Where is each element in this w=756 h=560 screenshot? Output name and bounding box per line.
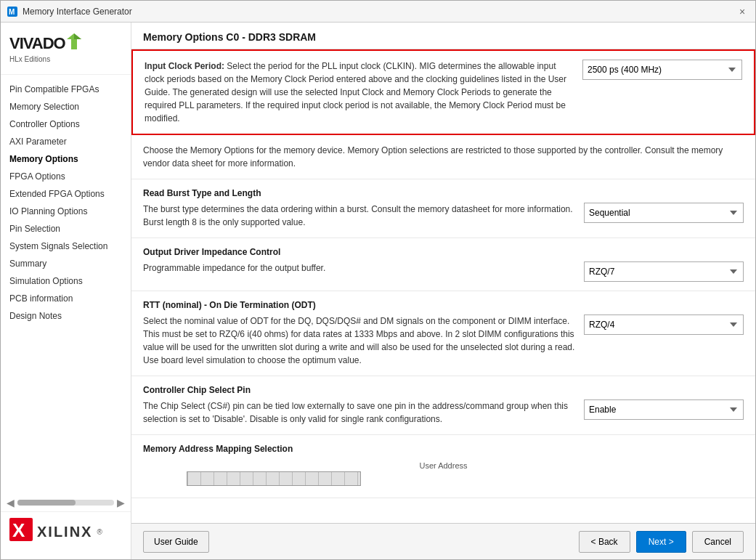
back-button[interactable]: < Back	[579, 531, 630, 553]
sidebar-logo: VIVADO HLx Editions	[1, 23, 131, 75]
rtt-dropdown[interactable]: RZQ/4RZQ/6RZQ/7Disabled	[584, 315, 744, 335]
sidebar-item-design-notes[interactable]: Design Notes	[1, 307, 131, 325]
sidebar-item-controller-options[interactable]: Controller Options	[1, 115, 131, 133]
title-bar: M Memory Interface Generator ×	[1, 1, 755, 23]
memory-address-heading: Memory Address Mapping Selection	[143, 444, 744, 454]
sidebar-item-pcb-information[interactable]: PCB information	[1, 290, 131, 307]
read-burst-dropdown[interactable]: SequentialInterleaved	[584, 203, 744, 223]
controller-cs-dropdown[interactable]: EnableDisable	[584, 399, 744, 420]
sidebar-scroll: ◀ ▶	[1, 494, 131, 511]
output-driver-control: RZQ/7RZQ/6RZQ/5RZQ/4	[584, 261, 744, 282]
sidebar-item-system-signals-selection[interactable]: System Signals Selection	[1, 238, 131, 255]
user-guide-button[interactable]: User Guide	[143, 531, 209, 553]
app-icon: M	[7, 6, 18, 17]
vivado-name: VIVADO	[9, 33, 122, 54]
sidebar-item-pin-selection[interactable]: Pin Selection	[1, 220, 131, 238]
output-driver-heading: Output Driver Impedance Control	[143, 247, 744, 257]
rtt-control: RZQ/4RZQ/6RZQ/7Disabled	[584, 315, 744, 335]
panel-title: Memory Options C0 - DDR3 SDRAM	[131, 23, 755, 49]
read-burst-section: Read Burst Type and Length The burst typ…	[131, 179, 755, 238]
address-label: User Address	[143, 461, 744, 470]
svg-text:M: M	[9, 8, 15, 16]
main-window: M Memory Interface Generator × VIVADO	[0, 0, 756, 560]
read-burst-heading: Read Burst Type and Length	[143, 188, 744, 198]
footer-left: User Guide	[143, 531, 209, 553]
footer-bar: User Guide < Back Next > Cancel	[131, 523, 755, 559]
xilinx-label: XILINX	[37, 524, 92, 540]
rtt-section: RTT (nominal) - On Die Termination (ODT)…	[131, 291, 755, 376]
sidebar-nav: Pin Compatible FPGAsMemory SelectionCont…	[1, 75, 131, 494]
sidebar-item-axi-parameter[interactable]: AXI Parameter	[1, 133, 131, 150]
xilinx-logo: X XILINX ®	[9, 518, 122, 546]
sidebar: VIVADO HLx Editions Pin Compatible FPGAs…	[1, 23, 131, 559]
input-clock-dropdown[interactable]: 2500 ps (400 MHz)3000 ps (333 MHz)3333 p…	[582, 60, 742, 80]
close-button[interactable]: ×	[735, 4, 749, 19]
output-driver-description: Programmable impedance for the output bu…	[143, 261, 575, 275]
rtt-heading: RTT (nominal) - On Die Termination (ODT)	[143, 300, 744, 310]
input-clock-control: 2500 ps (400 MHz)3000 ps (333 MHz)3333 p…	[582, 60, 742, 80]
vivado-subtitle: HLx Editions	[9, 55, 122, 63]
memory-options-intro: Choose the Memory Options for the memory…	[131, 135, 755, 179]
memory-address-section: Memory Address Mapping Selection User Ad…	[131, 435, 755, 498]
sidebar-item-pin-compatible-fpgas[interactable]: Pin Compatible FPGAs	[1, 81, 131, 98]
input-clock-label: Input Clock Period:	[145, 61, 224, 71]
read-burst-description: The burst type determines the data order…	[143, 203, 575, 229]
output-driver-section: Output Driver Impedance Control Programm…	[131, 238, 755, 291]
vivado-logo: VIVADO HLx Editions	[9, 33, 122, 63]
scroll-left-arrow[interactable]: ◀	[7, 497, 15, 508]
sidebar-item-memory-selection[interactable]: Memory Selection	[1, 98, 131, 115]
xilinx-icon: X	[9, 518, 33, 546]
sidebar-item-extended-fpga-options[interactable]: Extended FPGA Options	[1, 185, 131, 203]
input-clock-row: Input Clock Period: Select the period fo…	[145, 60, 742, 125]
cancel-button[interactable]: Cancel	[692, 531, 744, 553]
rtt-row: Select the nominal value of ODT for the …	[143, 315, 744, 367]
rtt-description: Select the nominal value of ODT for the …	[143, 315, 575, 367]
controller-cs-description: The Chip Select (CS#) pin can be tied lo…	[143, 399, 575, 426]
next-button[interactable]: Next >	[636, 531, 686, 553]
sidebar-item-memory-options[interactable]: Memory Options	[1, 150, 131, 168]
output-driver-dropdown[interactable]: RZQ/7RZQ/6RZQ/5RZQ/4	[584, 261, 744, 282]
svg-marker-3	[74, 33, 81, 39]
output-driver-row: Programmable impedance for the output bu…	[143, 261, 744, 282]
xilinx-reg: ®	[97, 528, 102, 536]
scroll-thumb	[17, 500, 76, 506]
window-title: Memory Interface Generator	[23, 7, 132, 17]
title-bar-left: M Memory Interface Generator	[7, 6, 132, 17]
controller-cs-section: Controller Chip Select Pin The Chip Sele…	[131, 376, 755, 435]
sidebar-item-io-planning-options[interactable]: IO Planning Options	[1, 203, 131, 220]
content-area: VIVADO HLx Editions Pin Compatible FPGAs…	[1, 23, 755, 559]
sidebar-item-summary[interactable]: Summary	[1, 255, 131, 272]
vivado-leaf	[67, 33, 81, 54]
scroll-right-arrow[interactable]: ▶	[117, 497, 125, 508]
footer-right: < Back Next > Cancel	[579, 531, 744, 553]
scroll-track	[17, 500, 114, 506]
sidebar-footer: X XILINX ®	[1, 511, 131, 552]
read-burst-row: The burst type determines the data order…	[143, 203, 744, 229]
controller-cs-control: EnableDisable	[584, 399, 744, 420]
main-content: Memory Options C0 - DDR3 SDRAM Input Clo…	[131, 23, 755, 559]
address-diagram: User Address	[143, 458, 744, 489]
controller-cs-heading: Controller Chip Select Pin	[143, 385, 744, 395]
address-bar	[187, 471, 361, 486]
read-burst-control: SequentialInterleaved	[584, 203, 744, 223]
panel-body: Input Clock Period: Select the period fo…	[131, 49, 755, 523]
sidebar-item-simulation-options[interactable]: Simulation Options	[1, 272, 131, 290]
controller-cs-row: The Chip Select (CS#) pin can be tied lo…	[143, 399, 744, 426]
svg-text:X: X	[12, 519, 25, 541]
input-clock-section: Input Clock Period: Select the period fo…	[131, 49, 755, 135]
vivado-text-label: VIVADO	[9, 34, 65, 53]
main-panel: Memory Options C0 - DDR3 SDRAM Input Clo…	[131, 23, 755, 523]
input-clock-text: Input Clock Period: Select the period fo…	[145, 60, 574, 125]
sidebar-item-fpga-options[interactable]: FPGA Options	[1, 168, 131, 185]
